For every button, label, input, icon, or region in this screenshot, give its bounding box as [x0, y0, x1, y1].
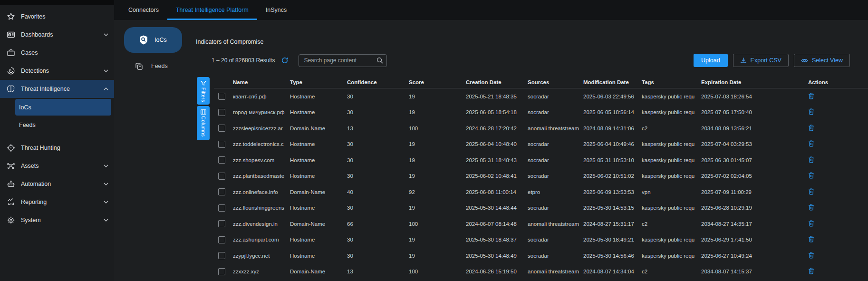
row-checkbox[interactable]: [218, 141, 225, 148]
search-input[interactable]: [299, 54, 387, 67]
tab-insyncs[interactable]: InSyncs: [257, 0, 295, 20]
column-header-modification-date[interactable]: Modification Date: [583, 76, 642, 88]
results-count: 1 – 20 of 826803 Results: [212, 57, 275, 64]
cell-expiration-date: 2025-06-30 01:45:07: [701, 152, 808, 168]
cell-name[interactable]: zzz.flourishinggreens: [233, 200, 290, 216]
delete-button[interactable]: [808, 172, 814, 179]
cell-sources: etpro: [528, 184, 583, 200]
cell-sources: socradar: [528, 88, 583, 105]
row-checkbox[interactable]: [218, 109, 225, 116]
cell-tags: vpn: [642, 184, 701, 200]
delete-button[interactable]: [808, 108, 814, 115]
refresh-button[interactable]: [280, 56, 289, 65]
cell-tags: kaspersky public requ: [642, 168, 701, 184]
cell-modification-date: 2025-05-30 14:56:46: [583, 248, 642, 264]
row-checkbox[interactable]: [218, 156, 225, 164]
row-checkbox[interactable]: [218, 268, 225, 275]
sidebar-item-detections[interactable]: Detections: [0, 62, 114, 80]
sidebar-item-cases[interactable]: Cases: [0, 44, 114, 62]
delete-button[interactable]: [808, 125, 814, 131]
cell-score: 19: [409, 200, 466, 216]
tab-threat-intelligence-platform[interactable]: Threat Intelligence Platform: [167, 0, 257, 20]
sidebar-item-system[interactable]: System: [0, 211, 114, 229]
cell-name[interactable]: zzz.onlineface.info: [233, 184, 290, 200]
sidebar-item-dashboards[interactable]: Dashboards: [0, 26, 114, 44]
row-checkbox[interactable]: [218, 204, 225, 212]
cell-confidence: 40: [347, 184, 409, 200]
delete-button[interactable]: [808, 188, 814, 195]
column-header-type[interactable]: Type: [290, 76, 347, 88]
sidebar-item-favorites[interactable]: Favorites: [0, 8, 114, 26]
delete-button[interactable]: [808, 204, 814, 211]
cell-score: 19: [409, 105, 466, 121]
cell-name[interactable]: zzz.plantbasedmaste: [233, 168, 290, 184]
star-icon: [7, 12, 15, 21]
column-header-tags[interactable]: Tags: [642, 76, 701, 88]
sidebar-item-label: Automation: [21, 181, 51, 187]
cell-name[interactable]: zzz.divendesign.in: [233, 216, 290, 232]
row-checkbox[interactable]: [218, 236, 225, 243]
delete-button[interactable]: [808, 268, 814, 274]
gear-icon: [7, 216, 15, 224]
delete-button[interactable]: [808, 93, 814, 99]
cell-name[interactable]: город-мичуринск.рф: [233, 105, 290, 121]
cell-name[interactable]: zzxxzz.xyz: [233, 264, 290, 280]
cell-tags: kaspersky public requ: [642, 136, 701, 153]
cell-tags: kaspersky public requ: [642, 152, 701, 168]
delete-button[interactable]: [808, 252, 814, 259]
row-checkbox[interactable]: [218, 93, 225, 100]
column-header-creation-date[interactable]: Creation Date: [466, 76, 528, 88]
cell-name[interactable]: zzypjl.lygcc.net: [233, 248, 290, 264]
tab-connectors[interactable]: Connectors: [120, 0, 167, 20]
subnav-item-feeds[interactable]: Feeds: [135, 60, 168, 72]
cell-modification-date: 2025-06-02 10:51:02: [583, 168, 642, 184]
row-checkbox[interactable]: [218, 252, 225, 259]
cell-confidence: 30: [347, 168, 409, 184]
cell-name[interactable]: zzzsleepisnicezzz.ar: [233, 120, 290, 136]
row-checkbox[interactable]: [218, 125, 225, 132]
column-header-score[interactable]: Score: [409, 76, 466, 88]
cell-score: 100: [409, 264, 466, 280]
column-header-name[interactable]: Name: [233, 76, 290, 88]
cell-modification-date: 2025-05-30 14:53:15: [583, 200, 642, 216]
network-icon: [7, 162, 15, 170]
sidebar-item-threat-hunting[interactable]: Threat Hunting: [0, 139, 114, 157]
delete-button[interactable]: [808, 220, 814, 227]
ioc-table-zone: Name Type Confidence Score Creation Date…: [214, 76, 868, 281]
cell-creation-date: 2025-06-05 18:54:18: [466, 105, 528, 121]
delete-button[interactable]: [808, 236, 814, 242]
sidebar-subitem-iocs[interactable]: IoCs: [15, 99, 111, 116]
sidebar: Favorites Dashboards Cases: [0, 0, 114, 281]
cell-tags: kaspersky public requ: [642, 88, 701, 105]
delete-button[interactable]: [808, 140, 814, 147]
row-checkbox[interactable]: [218, 188, 225, 195]
row-checkbox[interactable]: [218, 173, 225, 180]
filters-tab[interactable]: Filters: [197, 77, 210, 105]
column-header-sources[interactable]: Sources: [528, 76, 583, 88]
sidebar-item-reporting[interactable]: Reporting: [0, 193, 114, 211]
sidebar-item-threat-intelligence[interactable]: Threat Intelligence: [0, 80, 114, 98]
row-checkbox[interactable]: [218, 220, 225, 227]
columns-tab[interactable]: Columns: [197, 106, 210, 140]
sidebar-item-automation[interactable]: Automation: [0, 175, 114, 193]
cell-name[interactable]: zzz.shopesv.com: [233, 152, 290, 168]
columns-icon: [201, 109, 206, 115]
upload-button[interactable]: Upload: [694, 54, 728, 67]
delete-button[interactable]: [808, 156, 814, 163]
cell-confidence: 30: [347, 88, 409, 105]
sidebar-item-label: Reporting: [21, 199, 47, 205]
cell-name[interactable]: zzz.ashunpart.com: [233, 232, 290, 248]
sidebar-subitem-feeds[interactable]: Feeds: [15, 116, 111, 133]
cell-name[interactable]: zzz.toddelectronics.c: [233, 136, 290, 153]
cell-tags: kaspersky public requ: [642, 105, 701, 121]
cell-name[interactable]: квант-спб.рф: [233, 88, 290, 105]
table-row: zzz.ashunpart.com Hostname 30 19 2025-05…: [214, 232, 868, 248]
select-view-button[interactable]: Select View: [794, 54, 850, 67]
sidebar-item-assets[interactable]: Assets: [0, 157, 114, 175]
sidebar-item-label: Cases: [21, 49, 38, 56]
export-csv-button[interactable]: Export CSV: [733, 54, 789, 67]
column-header-expiration-date[interactable]: Expiration Date: [701, 76, 808, 88]
column-header-confidence[interactable]: Confidence: [347, 76, 409, 88]
refresh-icon: [281, 57, 288, 64]
subnav-item-iocs[interactable]: IoCs: [124, 27, 182, 53]
